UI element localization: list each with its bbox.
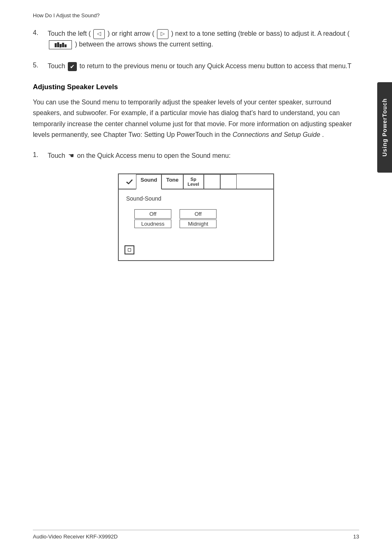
menu-title: Sound-Sound	[126, 195, 266, 202]
midnight-label: Midnight	[180, 219, 217, 228]
loudness-label: Loudness	[134, 219, 171, 228]
tab-sound[interactable]: Sound	[136, 174, 161, 189]
step-5-text-before: Touch	[48, 62, 67, 69]
step-1-number: 1.	[33, 150, 48, 159]
quick-access-icon: ☚	[68, 150, 74, 161]
right-arrow-icon[interactable]: ▷	[157, 29, 168, 39]
tab-empty-2[interactable]	[220, 174, 237, 189]
bar4	[62, 43, 64, 47]
step-5-content: Touch ✔ to return to the previous menu o…	[48, 61, 359, 72]
side-tab: Using PowerTouch	[377, 82, 392, 173]
section-heading: Adjusting Speaker Levels	[33, 83, 359, 91]
step-1-content: Touch ☚ on the Quick Access menu to open…	[48, 150, 359, 162]
step-4-text-before: Touch the left (	[48, 30, 91, 37]
tab-checkmark-icon	[125, 178, 134, 185]
checkmark-cell	[123, 174, 136, 189]
step-4-content: Touch the left ( ◁ ) or right arrow ( ▷ …	[48, 28, 359, 49]
control-midnight: Off Midnight	[180, 209, 217, 228]
step-4-number: 4.	[33, 28, 48, 37]
footer-left: Audio-Video Receiver KRF-X9992D	[33, 534, 118, 540]
menu-bottom-icon	[125, 245, 134, 254]
menu-screenshot: Sound Tone SpLevel Sound-Sound	[118, 173, 274, 261]
step-4: 4. Touch the left ( ◁ ) or right arrow (…	[33, 28, 359, 49]
bar1	[55, 43, 57, 47]
menu-spacer	[126, 228, 266, 253]
breadcrumb: How Do I Adjust the Sound?	[33, 12, 359, 18]
control-row: Off Loudness Off Midnight	[126, 209, 266, 228]
page-footer: Audio-Video Receiver KRF-X9992D 13	[33, 530, 359, 540]
body-paragraph: You can use the Sound menu to temporaril…	[33, 97, 359, 141]
tab-sp-level[interactable]: SpLevel	[183, 174, 204, 189]
content: 4. Touch the left ( ◁ ) or right arrow (…	[33, 28, 359, 261]
bar5	[65, 44, 67, 47]
step-1-speaker: 1. Touch ☚ on the Quick Access menu to o…	[33, 150, 359, 162]
tab-empty-1[interactable]	[204, 174, 220, 189]
body-text-end: .	[322, 131, 324, 138]
tab-tone[interactable]: Tone	[161, 174, 183, 189]
menu-body: Sound-Sound Off Loudness Off Midnight	[119, 189, 273, 260]
left-arrow-icon[interactable]: ◁	[93, 29, 105, 39]
midnight-value: Off	[180, 209, 217, 219]
step-4-text-mid1: ) or right arrow (	[108, 30, 154, 37]
step-5-number: 5.	[33, 61, 48, 69]
page-container: Using PowerTouch How Do I Adjust the Sou…	[0, 0, 392, 552]
side-tab-label: Using PowerTouch	[381, 98, 388, 157]
control-loudness: Off Loudness	[134, 209, 171, 228]
step-5-text-after: to return to the previous menu or touch …	[80, 62, 352, 69]
bar2	[57, 42, 59, 47]
step-4-text-after: ) between the arrows shows the current s…	[75, 41, 213, 48]
step-4-text-mid2: ) next to a tone setting (treble or bass…	[171, 30, 350, 37]
step-1-text: Touch	[48, 152, 65, 159]
body-italic: Connections and Setup Guide	[233, 131, 320, 138]
loudness-value: Off	[134, 209, 171, 219]
step-1-text2: on the Quick Access menu to open the Sou…	[77, 152, 231, 159]
step-5: 5. Touch ✔ to return to the previous men…	[33, 61, 359, 72]
readout-zero-label: 0	[60, 46, 61, 49]
tab-bar: Sound Tone SpLevel	[119, 174, 273, 189]
footer-right: 13	[353, 534, 359, 540]
readout-graphic: 0	[49, 40, 72, 49]
menu-bottom-icon-inner	[128, 248, 131, 252]
menu-screenshot-container: Sound Tone SpLevel Sound-Sound	[33, 173, 359, 261]
checkmark-icon: ✔	[68, 62, 77, 71]
